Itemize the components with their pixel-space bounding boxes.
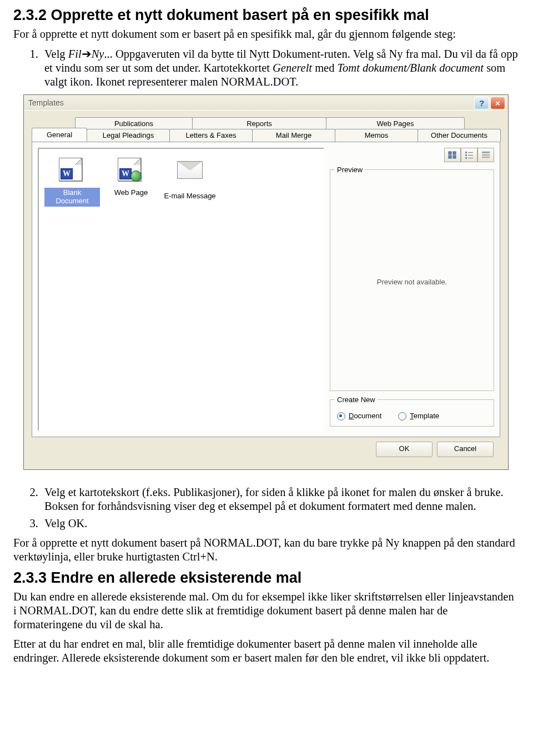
ok-button[interactable]: OK <box>376 442 433 457</box>
svg-rect-11 <box>482 154 490 154</box>
view-large-icons-button[interactable] <box>444 148 461 162</box>
tab-memos[interactable]: Memos <box>335 129 418 142</box>
tab-legal-pleadings[interactable]: Legal Pleadings <box>87 129 170 142</box>
tab-strip: Publications Reports Web Pages General L… <box>32 117 500 142</box>
tab-general[interactable]: General <box>32 128 87 142</box>
word-document-icon: W <box>59 158 86 184</box>
step-1: Velg Fil➔Ny... Oppgaveruten vil da bytte… <box>41 47 520 89</box>
svg-rect-3 <box>453 156 456 158</box>
template-blank-document[interactable]: W Blank Document <box>44 158 100 207</box>
list-icon <box>465 151 474 159</box>
svg-rect-4 <box>465 152 467 153</box>
section-233-p1: Du kan endre en allerede eksisterende ma… <box>13 590 520 632</box>
svg-rect-5 <box>468 152 473 153</box>
template-list: W Blank Document W Web Page <box>38 148 324 431</box>
radio-template[interactable]: Template <box>398 412 439 420</box>
radio-icon <box>337 412 345 420</box>
large-icons-icon <box>448 151 457 159</box>
radio-icon <box>398 412 406 420</box>
view-details-button[interactable] <box>477 148 494 162</box>
preview-legend: Preview <box>335 166 365 174</box>
dialog-title: Templates <box>28 98 64 107</box>
step-2: Velg et kartotekskort (f.eks. Publikasjo… <box>41 485 520 513</box>
svg-rect-0 <box>449 152 451 154</box>
section-232-after: For å opprette et nytt dokument basert p… <box>13 536 520 564</box>
preview-text: Preview not available. <box>335 178 489 386</box>
tab-publications[interactable]: Publications <box>75 117 193 129</box>
tab-letters-faxes[interactable]: Letters & Faxes <box>169 129 253 142</box>
section-232-heading: 2.3.2 Opprette et nytt dokument basert p… <box>13 7 520 24</box>
section-233-p2: Etter at du har endret en mal, blir alle… <box>13 637 520 665</box>
create-new-group: Create New Document Template <box>330 395 494 427</box>
svg-rect-9 <box>468 158 473 158</box>
help-button[interactable]: ? <box>474 97 489 109</box>
svg-rect-7 <box>468 155 473 156</box>
dialog-titlebar: Templates ? × <box>24 95 508 111</box>
step-3: Velg OK. <box>41 517 520 530</box>
view-list-button[interactable] <box>461 148 477 162</box>
template-label: Blank Document <box>44 188 100 207</box>
details-icon <box>481 151 490 159</box>
preview-group: Preview Preview not available. <box>330 166 494 391</box>
tab-other-documents[interactable]: Other Documents <box>418 129 501 142</box>
section-233-heading: 2.3.3 Endre en allerede eksisterende mal <box>13 569 520 587</box>
section-232-intro: For å opprette et nytt dokument som er b… <box>13 27 520 41</box>
tab-reports[interactable]: Reports <box>192 117 326 129</box>
create-new-legend: Create New <box>335 395 378 404</box>
cancel-button[interactable]: Cancel <box>437 442 494 457</box>
radio-document[interactable]: Document <box>337 412 381 420</box>
svg-rect-10 <box>482 152 490 153</box>
help-icon: ? <box>479 98 484 108</box>
template-label: Web Page <box>103 188 159 198</box>
template-label: E-mail Message <box>162 191 218 202</box>
tab-mail-merge[interactable]: Mail Merge <box>252 129 335 142</box>
template-web-page[interactable]: W Web Page <box>103 158 159 198</box>
svg-rect-1 <box>453 152 456 154</box>
templates-dialog: Templates ? × Publications Reports Web P… <box>23 94 509 470</box>
template-email-message[interactable]: E-mail Message <box>162 158 218 202</box>
close-button[interactable]: × <box>490 97 505 109</box>
email-icon <box>177 161 203 188</box>
close-icon: × <box>495 98 500 108</box>
svg-rect-6 <box>465 154 467 156</box>
svg-rect-12 <box>482 156 490 156</box>
web-page-icon: W <box>118 158 144 184</box>
svg-rect-2 <box>449 156 451 158</box>
tab-web-pages[interactable]: Web Pages <box>326 117 465 129</box>
svg-rect-13 <box>482 157 490 158</box>
svg-rect-8 <box>465 157 467 159</box>
